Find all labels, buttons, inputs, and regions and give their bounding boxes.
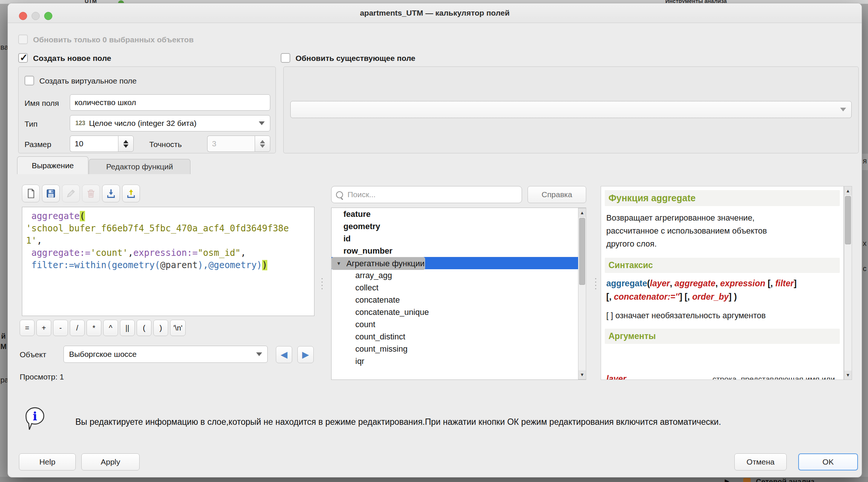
- background-left-fragment: й: [1, 332, 6, 341]
- arrow-right-icon: ▶: [302, 349, 309, 360]
- create-new-field-label: Создать новое поле: [33, 54, 111, 63]
- background-right-fragment: я: [863, 157, 867, 165]
- function-search[interactable]: [331, 186, 522, 203]
- create-new-field-checkbox[interactable]: [18, 53, 28, 63]
- spinner-arrows: [255, 136, 270, 152]
- ok-button-label: OK: [822, 457, 833, 466]
- help-arguments-header: Аргументы: [605, 329, 840, 344]
- function-name: count_distinct: [355, 332, 405, 342]
- operator-button[interactable]: ||: [120, 320, 135, 336]
- scroll-down-icon[interactable]: ▼: [844, 371, 852, 380]
- function-help-panel: Функция aggregate Возвращает агрегирован…: [601, 186, 844, 380]
- function-list-item[interactable]: concatenate_unique: [332, 306, 586, 318]
- field-size-value[interactable]: 10: [70, 136, 118, 152]
- field-calculator-dialog: apartments_UTM — калькулятор полей Обнов…: [7, 3, 862, 478]
- chevron-down-icon: [840, 108, 846, 111]
- function-list-item[interactable]: iqr: [332, 355, 586, 367]
- editing-mode-message: Вы редактируете информацию в слое,которы…: [75, 417, 721, 427]
- apply-button[interactable]: Apply: [81, 453, 140, 470]
- update-existing-field-label: Обновить существующее поле: [296, 54, 415, 63]
- scroll-up-icon[interactable]: ▲: [844, 186, 852, 195]
- preview-label: Просмотр: 1: [20, 372, 64, 381]
- splitter-handle[interactable]: [321, 278, 323, 289]
- field-type-value: Целое число (integer 32 бита): [89, 119, 196, 128]
- function-list-item[interactable]: count: [332, 318, 586, 330]
- splitter-handle[interactable]: [594, 278, 597, 289]
- function-name: Агрегатные функции: [346, 259, 425, 268]
- scrollbar-thumb[interactable]: [579, 218, 585, 285]
- background-right-fragment: х: [863, 239, 867, 248]
- next-feature-button[interactable]: ▶: [297, 346, 314, 363]
- function-list-item[interactable]: feature: [332, 208, 586, 220]
- tab-function-editor-label: Редактор функций: [106, 162, 173, 171]
- save-icon: [46, 188, 56, 199]
- function-list-item[interactable]: array_agg: [332, 269, 586, 281]
- function-name: id: [343, 234, 351, 244]
- operator-button[interactable]: ): [153, 320, 168, 336]
- field-type-dropdown[interactable]: 123 Целое число (integer 32 бита): [70, 115, 270, 131]
- virtual-field-checkbox[interactable]: [25, 76, 34, 85]
- field-name-input[interactable]: [70, 94, 270, 111]
- cancel-button-label: Отмена: [747, 457, 774, 466]
- operator-button[interactable]: -: [53, 320, 68, 336]
- titlebar[interactable]: apartments_UTM — калькулятор полей: [8, 3, 862, 23]
- spin-down-icon[interactable]: [123, 144, 128, 148]
- function-list-item[interactable]: ▼Агрегатные функции: [332, 257, 425, 270]
- ok-button[interactable]: OK: [798, 453, 858, 470]
- existing-field-dropdown: [290, 101, 852, 118]
- feature-label: Объект: [20, 350, 46, 359]
- tab-function-editor[interactable]: Редактор функций: [89, 159, 190, 174]
- function-list-item[interactable]: geometry: [332, 220, 586, 232]
- tab-expression[interactable]: Выражение: [17, 156, 88, 174]
- import-expression-button[interactable]: [102, 185, 120, 202]
- update-selected-checkbox: [18, 35, 28, 44]
- operator-button[interactable]: *: [87, 320, 101, 336]
- previous-feature-button[interactable]: ◀: [276, 346, 292, 363]
- function-list-item[interactable]: id: [332, 232, 586, 245]
- expression-editor[interactable]: aggregate('school_bufer_f66eb7f4_5fbc_47…: [22, 207, 314, 316]
- code-line: 'school_bufer_f66eb7f4_5fbc_470a_acf4_0f…: [26, 222, 310, 235]
- new-file-icon: [26, 188, 36, 199]
- save-expression-button[interactable]: [42, 185, 60, 202]
- function-list-scrollbar[interactable]: ▲ ▼: [578, 208, 586, 380]
- operator-button[interactable]: =: [20, 320, 35, 336]
- operator-button[interactable]: +: [36, 320, 51, 336]
- svg-text:i: i: [33, 409, 37, 423]
- function-name: collect: [355, 283, 378, 293]
- function-list-item[interactable]: count_missing: [332, 343, 586, 355]
- help-description: Возвращает агрегированное значение, расс…: [606, 211, 838, 250]
- spin-up-icon[interactable]: [123, 140, 128, 143]
- operator-button[interactable]: /: [70, 320, 85, 336]
- import-arrow-icon: [106, 188, 116, 199]
- search-input[interactable]: [347, 190, 517, 199]
- operator-button[interactable]: (: [137, 320, 151, 336]
- function-name: count_missing: [355, 344, 408, 354]
- help-argument-description: строка, представляющая имя или: [712, 375, 835, 380]
- operator-button[interactable]: '\n': [170, 320, 186, 336]
- new-expression-button[interactable]: [22, 185, 40, 202]
- function-list-item[interactable]: concatenate: [332, 294, 586, 306]
- background-bottom-label: Сетевой анализ: [756, 478, 815, 482]
- field-name-label: Имя поля: [25, 99, 59, 108]
- function-list-item[interactable]: row_number: [332, 245, 586, 257]
- function-list-item[interactable]: count_distinct: [332, 330, 586, 343]
- window-title: apartments_UTM — калькулятор полей: [8, 3, 862, 23]
- function-list-item[interactable]: collect: [332, 281, 586, 294]
- help-button[interactable]: Help: [19, 453, 76, 470]
- spinner-arrows[interactable]: [118, 136, 134, 152]
- help-reference-button[interactable]: Справка: [528, 186, 586, 203]
- feature-dropdown[interactable]: Выборгское шоссе: [63, 346, 268, 363]
- update-existing-field-checkbox[interactable]: [281, 53, 290, 63]
- operator-button[interactable]: ^: [103, 320, 118, 336]
- function-name: row_number: [343, 246, 392, 256]
- scroll-up-icon[interactable]: ▲: [578, 208, 586, 217]
- collapse-triangle-icon[interactable]: ▼: [336, 261, 341, 266]
- code-line: aggregate(: [26, 210, 310, 222]
- function-list[interactable]: featuregeometryidrow_number▼Агрегатные ф…: [331, 208, 586, 380]
- field-size-spinner[interactable]: 10: [70, 136, 134, 152]
- scroll-down-icon[interactable]: ▼: [578, 370, 586, 379]
- cancel-button[interactable]: Отмена: [734, 453, 787, 470]
- help-panel-scrollbar[interactable]: ▲ ▼: [844, 186, 852, 380]
- export-expression-button[interactable]: [122, 185, 140, 202]
- scrollbar-thumb[interactable]: [845, 196, 851, 244]
